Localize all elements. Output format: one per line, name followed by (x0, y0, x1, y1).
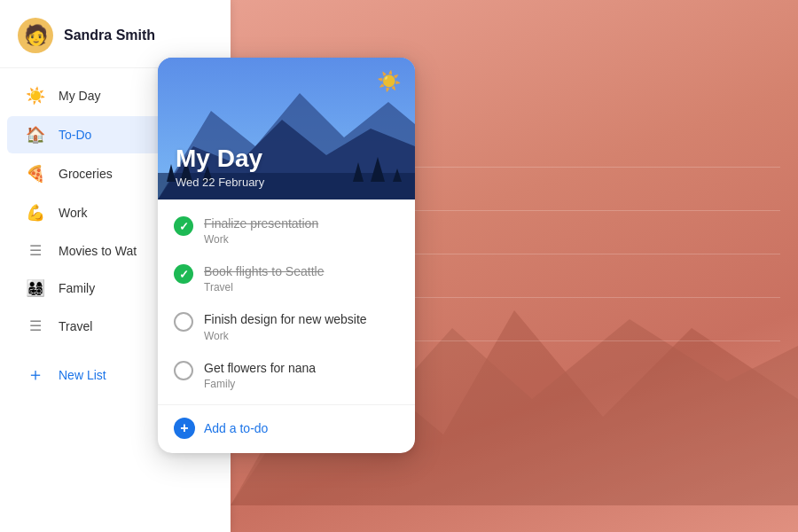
new-list-label: New List (59, 368, 106, 382)
todo-item-2[interactable]: Book flights to Seattle Travel (158, 254, 415, 302)
card-body: Finalize presentation Work Book flights … (158, 200, 415, 399)
home-icon: 🏠 (25, 125, 46, 145)
add-todo-button[interactable]: + Add a to-do (158, 404, 415, 453)
avatar: 🧑 (18, 18, 53, 53)
todo-item-1[interactable]: Finalize presentation Work (158, 207, 415, 254)
check-icon-2 (174, 264, 193, 284)
plus-icon: ＋ (25, 363, 46, 387)
check-icon-3 (174, 312, 193, 332)
todo-category-4: Family (204, 378, 399, 390)
list-icon-travel: ☰ (25, 317, 46, 334)
check-icon-4 (174, 361, 193, 380)
todo-title-4: Get flowers for nana (204, 360, 399, 376)
card-sun-icon[interactable]: ☀️ (377, 70, 401, 93)
add-label: Add a to-do (204, 421, 268, 435)
card-date: Wed 22 February (176, 176, 264, 189)
pizza-icon: 🍕 (25, 164, 46, 184)
todo-text-1: Finalize presentation Work (204, 215, 399, 246)
check-icon-1 (174, 216, 193, 236)
todo-category-3: Work (204, 330, 399, 342)
family-icon: 👨‍👩‍👧‍👦 (25, 278, 46, 298)
todo-text-3: Finish design for new website Work (204, 311, 399, 341)
card-header: ☀️ My Day Wed 22 February (158, 58, 415, 200)
add-circle-icon: + (174, 418, 195, 439)
todo-title-2: Book flights to Seattle (204, 263, 399, 279)
todo-item-4[interactable]: Get flowers for nana Family (158, 351, 415, 399)
todo-text-4: Get flowers for nana Family (204, 360, 399, 390)
todo-category-2: Travel (204, 281, 399, 293)
user-name: Sandra Smith (64, 27, 155, 43)
myday-card: ☀️ My Day Wed 22 February Finalize prese… (158, 58, 415, 453)
card-title: My Day (176, 145, 262, 173)
muscle-icon: 💪 (25, 203, 46, 223)
todo-text-2: Book flights to Seattle Travel (204, 263, 399, 293)
todo-category-1: Work (204, 233, 399, 246)
todo-title-1: Finalize presentation (204, 215, 399, 231)
list-icon-movies: ☰ (25, 242, 46, 259)
sun-icon: ☀️ (25, 86, 46, 106)
todo-item-3[interactable]: Finish design for new website Work (158, 302, 415, 350)
todo-title-3: Finish design for new website (204, 311, 399, 327)
